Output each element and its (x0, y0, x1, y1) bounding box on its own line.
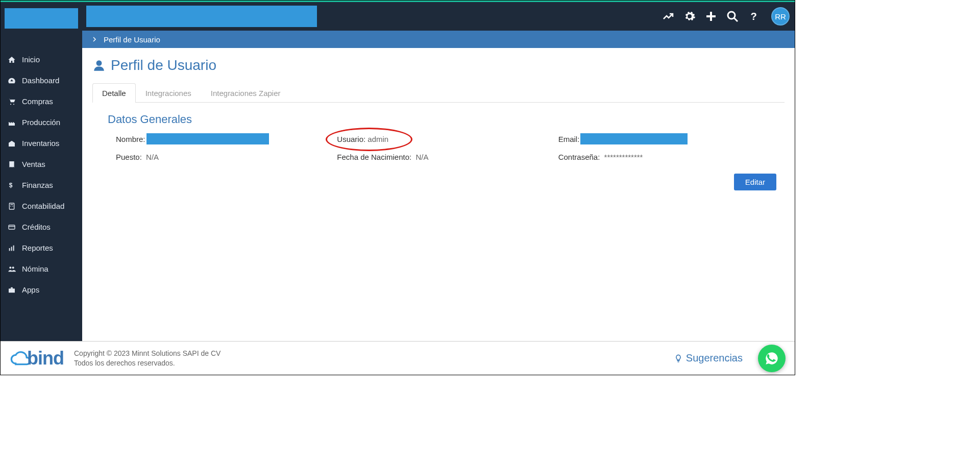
search-icon[interactable] (726, 10, 739, 22)
field-fecha-nacimiento: Fecha de Nacimiento: N/A (337, 153, 548, 161)
svg-text:?: ? (751, 11, 757, 22)
tab-integraciones[interactable]: Integraciones (136, 83, 201, 103)
field-label: Nombre: (116, 135, 145, 143)
page-title-text: Perfil de Usuario (111, 57, 216, 74)
page-title: Perfil de Usuario (92, 57, 785, 74)
suggestions-link[interactable]: Sugerencias (674, 352, 743, 364)
nav-label: Nómina (22, 264, 48, 273)
actions-row: Editar (92, 161, 785, 190)
nav-label: Compras (22, 97, 53, 106)
svg-rect-16 (706, 15, 716, 17)
field-puesto: Puesto: N/A (116, 153, 327, 161)
svg-point-13 (12, 266, 14, 269)
nav-label: Inventarios (22, 139, 59, 148)
dollar-icon: $ (8, 181, 17, 189)
edit-button[interactable]: Editar (734, 174, 776, 190)
nav-item-contabilidad[interactable]: Contabilidad (1, 196, 82, 216)
brand-logo[interactable]: bind (10, 348, 64, 369)
field-label: Usuario: (337, 135, 365, 143)
redacted-value (580, 133, 688, 144)
nav-item-nomina[interactable]: Nómina (1, 258, 82, 279)
field-value: N/A (146, 153, 159, 161)
svg-point-12 (9, 266, 11, 269)
nav-label: Dashboard (22, 76, 59, 85)
gauge-icon (8, 77, 17, 85)
breadcrumb-current[interactable]: Perfil de Usuario (104, 35, 160, 44)
user-icon (92, 59, 106, 72)
chart-line-icon[interactable] (662, 10, 674, 22)
svg-point-1 (13, 104, 14, 105)
whatsapp-icon (765, 351, 779, 366)
section-title: Datos Generales (108, 113, 785, 126)
field-contrasena: Contraseña: ************* (558, 153, 769, 161)
nav-label: Inicio (22, 55, 40, 64)
factory-icon (8, 118, 17, 127)
bars-icon (8, 244, 17, 252)
nav-item-inventarios[interactable]: Inventarios (1, 133, 82, 154)
details-grid: Nombre: Usuario: admin Email: (92, 133, 785, 161)
header: ? RR (82, 2, 795, 31)
field-email: Email: (558, 133, 769, 144)
brand-text: bind (27, 348, 64, 369)
suggestions-label: Sugerencias (686, 352, 743, 364)
nav-item-reportes[interactable]: Reportes (1, 237, 82, 258)
copyright-text: Copyright © 2023 Minnt Solutions SAPI de… (74, 349, 220, 358)
field-nombre: Nombre: (116, 133, 327, 144)
avatar-initials: RR (775, 12, 786, 21)
nav-item-apps[interactable]: Apps (1, 279, 82, 300)
field-usuario: Usuario: admin (337, 133, 548, 144)
nav-label: Apps (22, 285, 39, 294)
avatar[interactable]: RR (771, 7, 790, 26)
invoice-icon (8, 160, 17, 168)
field-value: admin (368, 135, 388, 143)
tabs: Detalle Integraciones Integraciones Zapi… (92, 83, 785, 103)
svg-rect-10 (11, 247, 12, 251)
svg-rect-9 (9, 248, 10, 251)
sidebar-logo[interactable] (5, 8, 78, 29)
plus-icon[interactable] (705, 10, 717, 22)
users-icon (8, 265, 17, 273)
calculator-icon (8, 202, 17, 210)
nav-label: Contabilidad (22, 202, 64, 210)
nav-item-compras[interactable]: Compras (1, 91, 82, 112)
nav-item-ventas[interactable]: Ventas (1, 154, 82, 175)
field-label: Puesto: (116, 153, 142, 161)
svg-rect-14 (9, 288, 15, 293)
footer-text: Copyright © 2023 Minnt Solutions SAPI de… (74, 349, 220, 367)
nav-item-produccion[interactable]: Producción (1, 112, 82, 133)
header-company-name[interactable] (86, 6, 317, 27)
redacted-value (146, 133, 269, 144)
breadcrumb: Perfil de Usuario (82, 31, 795, 48)
svg-point-20 (96, 60, 102, 66)
chevron-right-icon (91, 36, 97, 42)
svg-point-17 (728, 12, 735, 19)
svg-rect-3 (9, 203, 14, 209)
nav-item-inicio[interactable]: Inicio (1, 49, 82, 70)
nav-label: Finanzas (22, 181, 53, 189)
nav-label: Créditos (22, 223, 51, 231)
nav-label: Reportes (22, 244, 53, 252)
svg-rect-7 (9, 225, 15, 229)
sidebar: Inicio Dashboard Compras Producción (1, 2, 82, 341)
nav-item-creditos[interactable]: Créditos (1, 216, 82, 237)
nav-label: Producción (22, 118, 60, 127)
svg-line-18 (734, 18, 738, 21)
tab-detalle[interactable]: Detalle (92, 83, 136, 103)
svg-text:$: $ (9, 182, 13, 189)
nav-item-dashboard[interactable]: Dashboard (1, 70, 82, 91)
home-icon (8, 56, 17, 64)
gear-icon[interactable] (683, 10, 696, 22)
field-label: Contraseña: (558, 153, 600, 161)
field-label: Email: (558, 135, 580, 143)
footer: bind Copyright © 2023 Minnt Solutions SA… (1, 341, 795, 375)
nav-item-finanzas[interactable]: $ Finanzas (1, 175, 82, 196)
help-icon[interactable]: ? (748, 11, 759, 22)
briefcase-icon (8, 286, 17, 294)
whatsapp-button[interactable] (758, 345, 786, 372)
warehouse-icon (8, 139, 17, 148)
nav-label: Ventas (22, 160, 45, 168)
cart-icon (8, 98, 17, 106)
tab-integraciones-zapier[interactable]: Integraciones Zapier (201, 83, 290, 103)
rights-text: Todos los derechos reservados. (74, 358, 220, 368)
credit-card-icon (8, 223, 17, 231)
